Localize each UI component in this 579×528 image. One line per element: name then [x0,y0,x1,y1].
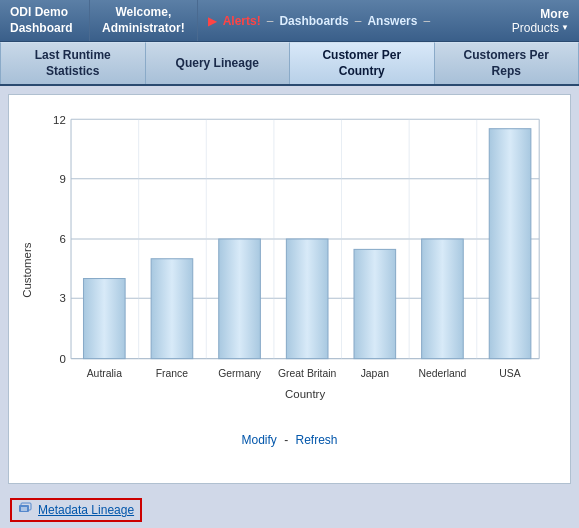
tab-customers-per-reps[interactable]: Customers PerReps [435,42,580,84]
answers-link[interactable]: Answers [367,14,417,28]
svg-text:3: 3 [59,292,65,304]
welcome-message: Welcome, Administrator! [90,0,198,41]
tab-last-runtime-label: Last RuntimeStatistics [35,48,111,79]
footer: Metadata Lineage [0,492,579,528]
svg-text:Autralia: Autralia [87,368,122,379]
bar-chart: Customers 0 3 6 9 12 [19,105,560,425]
svg-text:0: 0 [59,353,65,365]
svg-rect-21 [286,239,328,359]
svg-rect-18 [84,279,126,359]
alerts-icon: ▶ [208,14,217,28]
svg-text:USA: USA [499,368,520,379]
tab-customer-per-country-label: Customer PerCountry [322,48,401,79]
more-button[interactable]: More [540,7,569,21]
welcome-text: Welcome, Administrator! [102,5,185,36]
header: ODI Demo Dashboard Welcome, Administrato… [0,0,579,42]
logo-line2: Dashboard [10,21,73,35]
tab-query-lineage[interactable]: Query Lineage [146,42,291,84]
chart-links: Modify - Refresh [19,433,560,447]
tab-customers-per-reps-label: Customers PerReps [464,48,549,79]
svg-rect-22 [354,249,396,358]
svg-text:France: France [156,368,189,379]
logo-line1: ODI Demo [10,5,68,19]
more-section: More Products ▼ [502,0,579,41]
tab-query-lineage-label: Query Lineage [176,56,259,72]
metadata-lineage-link[interactable]: Metadata Lineage [38,503,134,517]
svg-text:6: 6 [59,233,65,245]
nav-sep2: – [355,14,362,28]
nav-sep3: – [423,14,430,28]
svg-rect-19 [151,259,193,359]
app-logo: ODI Demo Dashboard [0,0,90,41]
link-separator: - [284,433,288,447]
svg-text:Japan: Japan [361,368,390,379]
modify-link[interactable]: Modify [241,433,276,447]
nav-sep1: – [267,14,274,28]
chart-container: Customers 0 3 6 9 12 [19,105,560,425]
main-content: Customers 0 3 6 9 12 [8,94,571,484]
y-axis-label: Customers [21,242,33,298]
tabs-bar: Last RuntimeStatistics Query Lineage Cus… [0,42,579,86]
svg-text:Great Britain: Great Britain [278,368,337,379]
svg-text:12: 12 [53,114,66,126]
products-label: Products [512,21,559,35]
svg-text:Nederland: Nederland [418,368,466,379]
products-button[interactable]: Products ▼ [512,21,569,35]
welcome-line1: Welcome, [115,5,171,19]
alerts-label[interactable]: Alerts! [223,14,261,28]
svg-rect-20 [219,239,261,359]
logo-text: ODI Demo Dashboard [10,5,73,36]
metadata-icon [18,502,34,518]
metadata-lineage-container[interactable]: Metadata Lineage [10,498,142,522]
svg-rect-23 [422,239,464,359]
refresh-link[interactable]: Refresh [296,433,338,447]
tab-customer-per-country[interactable]: Customer PerCountry [290,42,435,84]
welcome-line2: Administrator! [102,21,185,35]
svg-text:Germany: Germany [218,368,262,379]
dashboards-link[interactable]: Dashboards [279,14,348,28]
tab-last-runtime[interactable]: Last RuntimeStatistics [0,42,146,84]
chevron-down-icon: ▼ [561,23,569,32]
svg-text:Country: Country [285,388,325,400]
main-nav: ▶ Alerts! – Dashboards – Answers – [198,0,502,41]
svg-rect-24 [489,129,531,359]
svg-text:9: 9 [59,173,65,185]
